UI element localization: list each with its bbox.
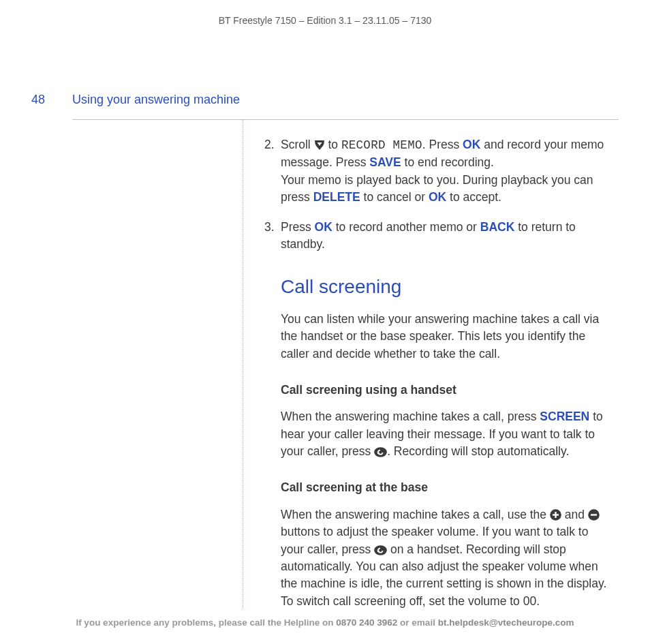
intro-paragraph: You can listen while your answering mach… [281,311,612,363]
text: Scroll [281,138,314,151]
text: When the answering machine takes a call,… [281,508,550,521]
footer-text: If you experience any problems, please c… [76,617,336,628]
main-content: 2. Scroll to RECORD MEMO. Press OK and r… [264,136,612,610]
svg-point-6 [374,545,387,555]
helpline-email: bt.helpdesk@vtecheurope.com [438,617,574,628]
paragraph-base: When the answering machine takes a call,… [281,506,612,610]
button-label-ok: OK [315,220,332,234]
button-label-ok: OK [429,190,446,204]
button-label-back: BACK [480,220,515,234]
helpline-phone: 0870 240 3962 [336,617,397,628]
horizontal-rule [72,119,619,120]
talk-icon [374,447,387,457]
page-number: 48 [31,93,45,107]
step-2: 2. Scroll to RECORD MEMO. Press OK and r… [264,136,612,206]
talk-icon [374,545,387,555]
text: Press [281,220,315,234]
svg-rect-3 [553,514,559,515]
step-number: 3. [264,219,275,236]
document-id: BT Freestyle 7150 – Edition 3.1 – 23.11.… [0,15,650,26]
down-arrow-icon [314,140,325,151]
subheading-base: Call screening at the base [281,479,612,496]
svg-rect-5 [591,514,597,515]
button-label-save: SAVE [369,155,401,169]
display-text: RECORD MEMO [341,138,422,152]
button-label-delete: DELETE [313,190,360,204]
button-label-ok: OK [463,138,480,151]
plus-icon [550,509,561,521]
section-title: Using your answering machine [72,93,240,107]
manual-page: BT Freestyle 7150 – Edition 3.1 – 23.11.… [0,0,650,644]
footer-helpline: If you experience any problems, please c… [0,617,650,628]
vertical-rule [243,119,243,609]
text: to record another memo or [332,220,480,234]
text: to accept. [446,190,501,204]
text: and [561,508,588,521]
heading-call-screening: Call screening [281,273,612,301]
button-label-screen: SCREEN [540,410,589,423]
step-number: 2. [264,136,275,153]
text: to cancel or [360,190,429,204]
text: to end recording. [401,155,494,169]
footer-text: or email [397,617,437,628]
text: . Recording will stop automatically. [387,444,569,458]
text: When the answering machine takes a call,… [281,410,540,423]
step-3: 3. Press OK to record another memo or BA… [264,219,612,254]
minus-icon [588,509,600,521]
paragraph-handset: When the answering machine takes a call,… [281,408,612,460]
text: to [325,138,341,151]
subheading-handset: Call screening using a handset [281,382,612,399]
svg-point-0 [374,447,387,457]
text: . Press [422,138,463,151]
